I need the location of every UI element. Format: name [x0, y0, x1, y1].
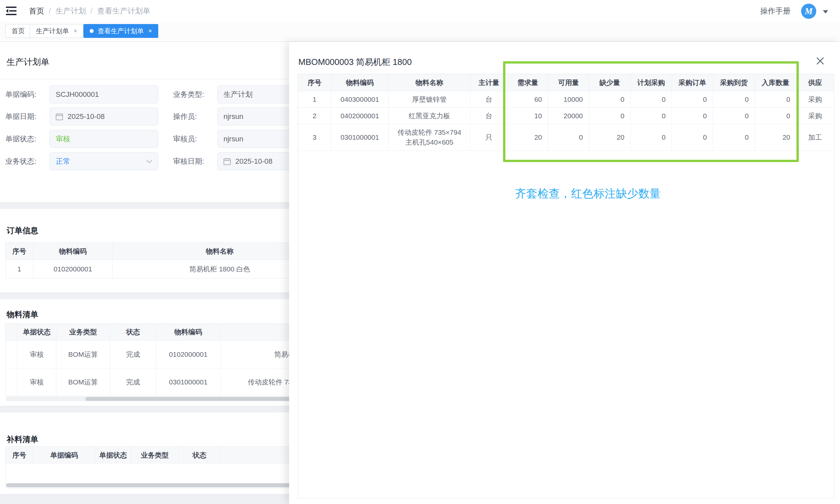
cell-inbound-qty: 0	[755, 108, 797, 124]
biz-status-value: 正常	[56, 157, 70, 166]
cell-required-qty: 20	[508, 124, 548, 150]
cell-doc-status: 审核	[17, 341, 56, 368]
cell-seq: 1	[298, 91, 331, 107]
cell-expand	[5, 368, 17, 396]
scrollbar-thumb[interactable]	[85, 397, 316, 401]
audit-date-value: 2025-10-08	[235, 157, 273, 166]
sidebar-fold-icon[interactable]	[6, 6, 17, 16]
table-row[interactable]: 1 0403000001 厚壁镀锌管 台 60 10000 0 0 0 0 0 …	[298, 91, 834, 108]
col-seq: 序号	[298, 74, 331, 91]
breadcrumb-home[interactable]: 首页	[29, 6, 44, 16]
top-header: 首页 / 生产计划 / 查看生产计划单 操作手册 M	[0, 0, 840, 22]
cell-doc-status: 审核	[17, 368, 56, 396]
doc-status-value: 审核	[56, 134, 70, 144]
tags-view-bar: 首页 生产计划单 × 查看生产计划单 ×	[0, 22, 840, 42]
cell-planned-purchase: 0	[631, 124, 672, 150]
cell-shortage-qty: 0	[589, 91, 631, 107]
page-title: 生产计划单	[6, 56, 50, 68]
active-tab-dot	[90, 29, 94, 33]
close-icon[interactable]	[815, 56, 825, 66]
col-available-qty: 可用量	[548, 74, 589, 91]
drawer-title: MBOM000003 简易机柜 1800	[298, 56, 412, 68]
cell-unit: 台	[470, 108, 508, 124]
annotation-text: 齐套检查，红色标注缺少数量	[515, 186, 661, 201]
calendar-icon	[56, 113, 63, 120]
cell-seq: 3	[298, 124, 331, 150]
cell-required-qty: 10	[508, 108, 548, 124]
cell-unit: 只	[470, 124, 508, 150]
cell-planned-purchase: 0	[631, 108, 672, 124]
auditor-value: njrsun	[224, 135, 243, 143]
col-material-name: 物料名称	[389, 74, 470, 91]
col-doc-status: 单据状态	[95, 447, 131, 464]
cell-material-code: 0102000001	[33, 260, 113, 278]
cell-required-qty: 60	[508, 91, 548, 107]
doc-code-input[interactable]: SCJH000001	[50, 85, 158, 104]
col-doc-status: 单据状态	[17, 324, 56, 340]
col-inbound-qty: 入库数量	[755, 74, 797, 91]
tab-close-icon[interactable]: ×	[73, 28, 77, 35]
cell-biz-type: BOM运算	[56, 368, 110, 396]
col-material-code: 物料编码	[331, 74, 389, 91]
manual-link[interactable]: 操作手册	[760, 0, 790, 22]
doc-status-input[interactable]: 审核	[50, 130, 158, 148]
avatar-caret-icon[interactable]	[823, 10, 828, 14]
bom-check-drawer: MBOM000003 简易机柜 1800 序号 物料编码 物料名称 主计量 需求…	[289, 42, 840, 504]
avatar[interactable]: M	[801, 4, 816, 19]
col-purchase-arrival: 采购到货	[713, 74, 755, 91]
cell-seq: 2	[298, 108, 331, 124]
field-label-operator: 操作员:	[173, 107, 197, 126]
table-row[interactable]: 1 0102000001 简易机柜 1800 白色	[5, 260, 327, 278]
field-label-doc-date: 单据日期:	[5, 107, 36, 126]
tab-close-icon[interactable]: ×	[148, 28, 152, 35]
tab-view-production-plan[interactable]: 查看生产计划单 ×	[83, 24, 158, 38]
cell-expand	[5, 341, 17, 368]
col-supply: 供应	[797, 74, 834, 91]
cell-supply: 采购	[797, 91, 834, 107]
cell-purchase-arrival: 0	[713, 91, 755, 107]
cell-purchase-order: 0	[672, 124, 713, 150]
cell-inbound-qty: 20	[755, 124, 797, 150]
field-label-biz-status: 业务状态:	[5, 152, 36, 170]
breadcrumb-item[interactable]: 生产计划	[55, 6, 86, 16]
col-required-qty: 需求量	[508, 74, 548, 91]
order-info-title: 订单信息	[6, 225, 38, 236]
col-seq: 序号	[5, 447, 33, 464]
cell-biz-type: BOM运算	[56, 341, 110, 368]
biz-status-select[interactable]: 正常	[50, 152, 158, 170]
doc-date-input[interactable]: 2025-10-08	[50, 107, 158, 126]
tab-label: 生产计划单	[36, 27, 69, 36]
col-seq: 序号	[5, 243, 33, 259]
bom-check-table: 序号 物料编码 物料名称 主计量 需求量 可用量 缺少量 计划采购 采购订单 采…	[298, 74, 834, 499]
cell-available-qty: 10000	[548, 91, 589, 107]
order-info-table: 序号 物料编码 物料名称 1 0102000001 简易机柜 1800 白色	[5, 242, 327, 278]
operator-value: njrsun	[224, 112, 243, 121]
breadcrumb-current: 查看生产计划单	[97, 6, 150, 16]
breadcrumb: 首页 / 生产计划 / 查看生产计划单	[29, 0, 150, 22]
col-material-code: 物料编码	[33, 243, 113, 259]
tab-production-plan-list[interactable]: 生产计划单 ×	[30, 24, 83, 38]
cell-supply: 加工	[797, 124, 834, 150]
breadcrumb-separator: /	[90, 6, 92, 16]
cell-purchase-order: 0	[672, 108, 713, 124]
cell-seq: 1	[5, 260, 33, 278]
cell-material-name: 传动皮轮件 735×794 主机孔540×605	[389, 124, 470, 150]
breadcrumb-separator: /	[49, 6, 51, 16]
table-header-row: 序号 物料编码 物料名称	[5, 243, 327, 260]
cell-material-code: 0301000001	[331, 124, 389, 150]
material-list-title: 物料清单	[6, 309, 38, 320]
cell-material-name: 红黑亚克力板	[389, 108, 470, 124]
table-row[interactable]: 2 0402000001 红黑亚克力板 台 10 20000 0 0 0 0 0…	[298, 108, 834, 124]
table-row[interactable]: 3 0301000001 传动皮轮件 735×794 主机孔540×605 只 …	[298, 124, 834, 151]
col-shortage-qty: 缺少量	[589, 74, 631, 91]
chevron-down-icon	[146, 159, 153, 163]
biz-type-value: 生产计划	[224, 90, 252, 100]
tab-label: 查看生产计划单	[98, 27, 144, 36]
cell-material-code: 0301000001	[156, 368, 221, 396]
cell-available-qty: 20000	[548, 108, 589, 124]
cell-material-name: 厚壁镀锌管	[389, 91, 470, 107]
tab-home[interactable]: 首页	[5, 24, 31, 38]
field-label-doc-code: 单据编码:	[5, 85, 36, 104]
cell-status: 完成	[110, 368, 156, 396]
col-material-code: 物料编码	[156, 324, 221, 340]
